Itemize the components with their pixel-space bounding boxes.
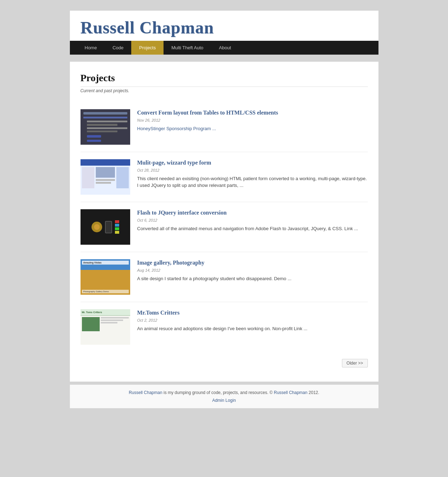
nav-link-home[interactable]: Home: [77, 41, 105, 55]
thumb-body: [81, 166, 130, 190]
thumb-text-1: [96, 179, 115, 181]
nav-link-projects[interactable]: Projects: [131, 41, 164, 55]
nav-link-about[interactable]: About: [211, 41, 239, 55]
thumb-field-caption: Photography Gallery Demo: [82, 290, 129, 293]
nav-item-about[interactable]: About: [211, 41, 239, 55]
project-info-4: Image gallery, Photography Aug 14, 2012 …: [137, 259, 368, 295]
project-item-2: Mulit-page, wizzard type form Oct 28, 20…: [81, 152, 368, 202]
thumb-text-2: [96, 182, 111, 184]
thumb-bar-2: [83, 117, 127, 118]
thumb-people: [116, 167, 129, 188]
color-block-4: [115, 231, 119, 234]
project-title-3[interactable]: Flash to JQuery interface conversion: [137, 209, 368, 217]
thumb-phone: [105, 221, 112, 233]
main-content: Projects Current and past projects. Conv…: [70, 62, 378, 382]
project-title-2[interactable]: Mulit-page, wizzard type form: [137, 159, 368, 167]
page-subtitle: Current and past projects.: [81, 88, 368, 93]
thumb-dark-graphic: [81, 209, 130, 245]
project-item-3: Flash to JQuery interface conversion Oct…: [81, 202, 368, 252]
thumb-color-blocks: [115, 220, 119, 234]
nav-link-code[interactable]: Code: [105, 41, 131, 55]
thumb-img: [96, 167, 115, 178]
project-title-4[interactable]: Image gallery, Photography: [137, 259, 368, 267]
footer-admin: Admin Login: [75, 398, 373, 403]
project-date-4: Aug 14, 2012: [137, 268, 368, 272]
color-block-1: [115, 220, 119, 223]
critters-line-1: [101, 317, 129, 318]
thumb-critters-graphic: Mr. Toms Critters: [81, 309, 130, 345]
thumb-field-overlay: Amazing Vistas: [82, 261, 129, 265]
thumb-field-4: [87, 131, 118, 132]
project-thumbnail-3: [81, 209, 130, 245]
thumb-field-graphic: Amazing Vistas Photography Gallery Demo: [81, 259, 130, 295]
footer-middle-text: is my dumping ground of code, projects, …: [162, 390, 274, 395]
site-footer: Russell Chapman is my dumping ground of …: [70, 384, 378, 408]
thumb-main: [96, 167, 115, 188]
project-title-5[interactable]: Mr.Toms Critters: [137, 309, 368, 317]
nav-item-projects[interactable]: Projects: [131, 41, 164, 55]
project-date-5: Oct 2, 2012: [137, 318, 368, 322]
critters-line-3: [101, 322, 117, 323]
project-info-5: Mr.Toms Critters Oct 2, 2012 An animal r…: [137, 309, 368, 345]
project-info-3: Flash to JQuery interface conversion Oct…: [137, 209, 368, 245]
nav-item-mta[interactable]: Multi Theft Auto: [164, 41, 211, 55]
project-item-5: Mr. Toms Critters Mr.Toms Critters Oct 2…: [81, 302, 368, 352]
pagination: Older >>: [81, 352, 368, 371]
thumb-button-2: [87, 140, 101, 142]
site-title: Russell Chapman: [81, 18, 368, 37]
thumb-bar-1: [83, 112, 127, 115]
project-desc-1: HoneyStinger Sponsorship Program ...: [137, 125, 368, 132]
site-header: Russell Chapman: [70, 11, 378, 41]
thumb-header: [81, 159, 130, 166]
project-item: Convert Form layout from Tables to HTML/…: [81, 102, 368, 152]
thumb-critters-image: [82, 317, 100, 331]
project-info-1: Convert Form layout from Tables to HTML/…: [137, 109, 368, 145]
project-thumbnail-5: Mr. Toms Critters: [81, 309, 130, 345]
thumb-field-2: [87, 124, 118, 126]
page-title: Projects: [81, 72, 368, 87]
thumb-field-1: [87, 121, 127, 122]
thumb-form-graphic: [81, 109, 130, 145]
thumb-button: [87, 135, 101, 137]
project-date-1: Nov 26, 2012: [137, 118, 368, 122]
footer-copyright-link[interactable]: Russell Chapman: [274, 390, 308, 395]
main-nav: Home Code Projects Multi Theft Auto Abou…: [70, 41, 378, 55]
project-desc-2: This client needed an exisiting (non-wor…: [137, 175, 368, 189]
older-button[interactable]: Older >>: [342, 359, 368, 367]
project-thumbnail-2: [81, 159, 130, 195]
project-desc-link-1[interactable]: HoneyStinger Sponsorship Program ...: [137, 126, 216, 131]
nav-link-mta[interactable]: Multi Theft Auto: [164, 41, 211, 55]
thumb-website-graphic: [81, 159, 130, 195]
project-date-3: Oct 6, 2012: [137, 218, 368, 222]
color-block-2: [115, 224, 119, 227]
project-desc-4: A site design I started for a photograph…: [137, 275, 368, 282]
thumb-critters-body: [81, 316, 130, 345]
nav-item-code[interactable]: Code: [105, 41, 131, 55]
project-info-2: Mulit-page, wizzard type form Oct 28, 20…: [137, 159, 368, 195]
footer-year-text: 2012.: [308, 390, 319, 395]
project-date-2: Oct 28, 2012: [137, 168, 368, 172]
critters-line-2: [101, 320, 123, 321]
thumb-critters-text: [101, 317, 129, 343]
thumb-sidebar: [82, 167, 94, 188]
project-title-1[interactable]: Convert Form layout from Tables to HTML/…: [137, 109, 368, 117]
footer-text: Russell Chapman is my dumping ground of …: [75, 390, 373, 395]
thumb-field-3: [87, 127, 127, 129]
nav-item-home[interactable]: Home: [77, 41, 105, 55]
color-block-3: [115, 227, 119, 230]
project-desc-3: Converted all of the animated menus and …: [137, 225, 368, 232]
project-item-4: Amazing Vistas Photography Gallery Demo …: [81, 252, 368, 302]
project-desc-5: An animal resuce and adoptions site desi…: [137, 325, 368, 332]
thumb-circle-inner: [94, 224, 100, 230]
admin-login-link[interactable]: Admin Login: [212, 398, 236, 403]
project-thumbnail-4: Amazing Vistas Photography Gallery Demo: [81, 259, 130, 295]
thumb-circle: [92, 222, 102, 232]
project-thumbnail-1: [81, 109, 130, 145]
thumb-critters-header: Mr. Toms Critters: [81, 309, 130, 316]
footer-name-link[interactable]: Russell Chapman: [129, 390, 162, 395]
